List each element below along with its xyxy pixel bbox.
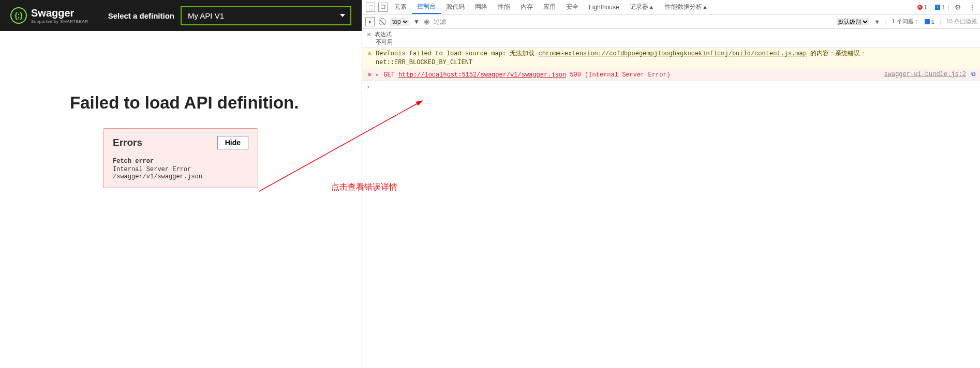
- warning-message: DevTools failed to load source map: 无法加载…: [376, 50, 976, 67]
- swagger-subtitle: Supported by SMARTBEAR: [31, 19, 88, 24]
- settings-icon[interactable]: ⚙: [953, 3, 963, 11]
- swagger-pane: {;} Swagger Supported by SMARTBEAR Selec…: [0, 0, 362, 368]
- hidden-count: 10 条已隐藏: [946, 18, 977, 25]
- console-error-row[interactable]: ⊗ ▸ GET http://localhost:5152/swagger/v1…: [362, 69, 980, 82]
- error-content: Failed to load API definition. Errors Hi…: [0, 31, 362, 204]
- error-message: GET http://localhost:5152/swagger/v1/swa…: [383, 71, 881, 80]
- error-title: Failed to load API definition.: [70, 93, 346, 113]
- warning-sourcemap-link[interactable]: chrome-extension://cofdbpoegempjloogbagk…: [538, 50, 806, 57]
- definition-select[interactable]: My API V1: [181, 6, 351, 25]
- console-warning-row[interactable]: ▲ DevTools failed to load source map: 无法…: [362, 48, 980, 69]
- log-level-select[interactable]: 默认级别: [836, 18, 869, 25]
- info-badge[interactable]: i1: [935, 4, 945, 10]
- filter-input[interactable]: [434, 18, 832, 25]
- annotation-text: 点击查看错误详情: [331, 182, 397, 193]
- expression-close-icon[interactable]: ✕: [366, 31, 372, 38]
- error-icon: ⊗: [366, 71, 373, 79]
- expression-label: 表达式: [375, 30, 392, 38]
- console-toolbar: ▸ top ▼ ◉ 默认级别▼ | 1 个问题： i1 | 10 条已隐藏: [362, 14, 980, 29]
- filter-right: 默认级别▼ | 1 个问题： i1 | 10 条已隐藏: [836, 18, 977, 25]
- console-body: ▲ DevTools failed to load source map: 无法…: [362, 48, 980, 368]
- tab-recorder[interactable]: 记录器 ▲: [625, 0, 660, 14]
- tab-sources[interactable]: 源代码: [441, 0, 470, 14]
- fetch-error-label: Fetch error: [113, 158, 248, 165]
- device-icon[interactable]: ❐: [378, 3, 388, 12]
- errors-box: Errors Hide Fetch error Internal Server …: [103, 128, 258, 188]
- expand-caret-icon[interactable]: ▸: [376, 71, 379, 79]
- error-badge[interactable]: ✕1: [917, 4, 927, 10]
- errors-header: Errors Hide: [113, 136, 248, 149]
- errors-heading: Errors: [113, 137, 142, 148]
- tab-console[interactable]: 控制台: [412, 0, 441, 14]
- context-select[interactable]: top: [390, 18, 409, 26]
- expression-not-available: 不可用: [366, 38, 976, 46]
- tab-elements[interactable]: 元素: [389, 0, 412, 14]
- clear-console-icon[interactable]: [379, 18, 386, 25]
- error-source-link[interactable]: swagger-ui-bundle.js:2: [884, 71, 966, 78]
- more-icon[interactable]: ⋮: [967, 3, 978, 11]
- swagger-logo-text: Swagger Supported by SMARTBEAR: [31, 7, 88, 24]
- tab-perf-insights[interactable]: 性能数据分析 ▲: [660, 0, 714, 14]
- expression-bar: ✕ 表达式 不可用: [362, 29, 980, 48]
- live-expression-icon[interactable]: ◉: [424, 18, 429, 25]
- definition-label: Select a definition: [108, 11, 174, 20]
- inspect-icon[interactable]: ⬚: [366, 3, 375, 12]
- tab-security[interactable]: 安全: [561, 0, 584, 14]
- tab-network[interactable]: 网络: [470, 0, 493, 14]
- copy-icon[interactable]: ⧉: [971, 71, 976, 78]
- swagger-logo: {;} Swagger Supported by SMARTBEAR: [10, 7, 88, 24]
- hide-button[interactable]: Hide: [217, 136, 248, 149]
- tab-performance[interactable]: 性能: [493, 0, 515, 14]
- issues-badge[interactable]: i1: [925, 19, 934, 25]
- warning-icon: ▲: [366, 50, 373, 57]
- console-prompt[interactable]: ›: [362, 81, 980, 93]
- devtools-tabrow: ⬚ ❐ 元素 控制台 源代码 网络 性能 内存 应用 安全 Lighthouse…: [362, 0, 980, 14]
- swagger-logo-icon: {;}: [10, 7, 27, 24]
- fetch-error-detail: Internal Server Error /swagger/v1/swagge…: [113, 166, 248, 180]
- swagger-header: {;} Swagger Supported by SMARTBEAR Selec…: [0, 0, 362, 31]
- tab-application[interactable]: 应用: [538, 0, 561, 14]
- issues-label: 1 个问题：: [892, 18, 919, 25]
- devtools-pane: ⬚ ❐ 元素 控制台 源代码 网络 性能 内存 应用 安全 Lighthouse…: [362, 0, 980, 368]
- error-url-link[interactable]: http://localhost:5152/swagger/v1/swagger…: [398, 71, 566, 79]
- devtools-tab-right: ✕1 | i1 | ⚙ ⋮: [917, 3, 978, 11]
- definition-select-wrap: My API V1: [181, 6, 351, 25]
- tab-lighthouse[interactable]: Lighthouse: [584, 0, 625, 14]
- swagger-brand: Swagger: [31, 7, 88, 19]
- sidebar-toggle-icon[interactable]: ▸: [365, 17, 375, 26]
- tab-memory[interactable]: 内存: [515, 0, 538, 14]
